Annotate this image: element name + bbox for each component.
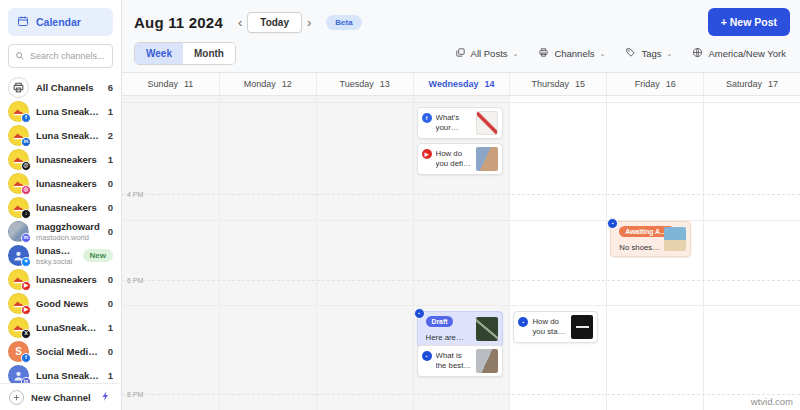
sidebar: Calendar All Channels6fLuna Sneakers1inL… <box>0 0 122 410</box>
day-number: 17 <box>768 79 778 89</box>
sneaker-avatar: ◎ <box>8 173 29 194</box>
next-week-button[interactable]: › <box>302 15 316 30</box>
channel-item[interactable]: ✦lunasneakersbsky...bsky.socialNew <box>8 244 113 267</box>
tab-week[interactable]: Week <box>135 43 183 64</box>
day-header-sunday[interactable]: Sunday11 <box>122 73 219 95</box>
person-avatar: in <box>8 365 29 383</box>
channel-text: LunaSneakers <box>36 322 101 333</box>
event-text: How do you stay motivate... <box>532 317 567 337</box>
linkedin-badge: ▪ <box>422 351 432 361</box>
facebook-badge: f <box>21 353 31 363</box>
channel-count: 1 <box>108 106 113 117</box>
event-text: Here are five... <box>426 333 473 343</box>
channel-item[interactable]: inLuna Sneakers2 <box>8 124 113 147</box>
channel-item[interactable]: XLunaSneakers1 <box>8 316 113 339</box>
beta-badge: Beta <box>326 15 361 30</box>
day-number: 14 <box>484 79 494 89</box>
channel-count: 0 <box>108 202 113 213</box>
day-header-tuesday[interactable]: Tuesday13 <box>316 73 413 95</box>
channel-count: 0 <box>108 346 113 357</box>
event-card[interactable]: ▪What is the best career... <box>417 345 504 377</box>
search-input[interactable] <box>30 51 106 61</box>
channel-item[interactable]: @lunasneakers1 <box>8 148 113 171</box>
youtube-badge: ▶ <box>21 281 31 291</box>
view-toggle: Week Month <box>134 42 236 65</box>
channel-item[interactable]: SfSocial Media Tests0 <box>8 340 113 363</box>
channel-text: Luna Sneakers <box>36 370 101 381</box>
channel-name: lunasneakersbsky... <box>36 245 76 256</box>
tab-month[interactable]: Month <box>183 43 235 64</box>
channel-item[interactable]: ▶lunasneakers0 <box>8 268 113 291</box>
event-thumbnail-person <box>476 147 498 171</box>
sneaker-avatar: X <box>8 317 29 338</box>
channel-count: 1 <box>108 370 113 381</box>
channel-text: Luna Sneakers <box>36 130 101 141</box>
allday-divider <box>122 102 800 103</box>
day-header-saturday[interactable]: Saturday17 <box>703 73 800 95</box>
channel-name: Luna Sneakers <box>36 370 101 381</box>
day-name: Saturday <box>726 79 762 89</box>
day-header-monday[interactable]: Monday12 <box>219 73 316 95</box>
channel-name: All Channels <box>36 82 101 93</box>
grid-avatar <box>8 77 29 98</box>
channel-item[interactable]: ◎lunasneakers0 <box>8 172 113 195</box>
channel-item[interactable]: ▶Good News0 <box>8 292 113 315</box>
posts-icon <box>455 47 466 60</box>
channel-search[interactable] <box>8 44 113 68</box>
time-label: 6 PM <box>127 277 143 284</box>
event-card[interactable]: ▪How do you stay motivate... <box>513 311 598 343</box>
channel-item[interactable]: mmaggzhowardmastodon.world0 <box>8 220 113 243</box>
channel-item[interactable]: ♪lunasneakers0 <box>8 196 113 219</box>
channel-name: Good News <box>36 298 101 309</box>
day-number: 13 <box>380 79 390 89</box>
calendar-view: Sunday11Monday12Tuesday13Wednesday14Thur… <box>122 72 800 410</box>
day-header-wednesday[interactable]: Wednesday14 <box>413 73 510 95</box>
event-card[interactable]: ▪DraftHere are five... <box>417 311 504 347</box>
mastodon-badge: m <box>21 233 31 243</box>
sidebar-item-label: Calendar <box>36 16 81 28</box>
event-thumbnail-video <box>571 315 593 339</box>
linkedin-badge: ▪ <box>518 317 528 327</box>
filter-label: All Posts <box>471 48 508 59</box>
event-card[interactable]: fWhat's your biggest priorit... <box>417 107 504 139</box>
date-label: Aug 11 2024 <box>134 14 223 31</box>
plus-icon <box>9 390 24 405</box>
hour-gridline <box>122 220 800 221</box>
day-header-friday[interactable]: Friday16 <box>606 73 703 95</box>
column-divider <box>703 96 704 410</box>
channel-item[interactable]: inLuna Sneakers1 <box>8 364 113 383</box>
prev-week-button[interactable]: ‹ <box>233 15 247 30</box>
event-card[interactable]: ▪Awaiting ApprovalNo shoes? No... <box>610 221 691 257</box>
sneaker-avatar: f <box>8 101 29 122</box>
channel-text: lunasneakers <box>36 154 101 165</box>
event-card[interactable]: ▶How do you define your... <box>417 143 504 175</box>
column-divider <box>316 96 317 410</box>
event-content: How do you define your... <box>436 149 473 169</box>
channel-count: 1 <box>108 154 113 165</box>
calendar-grid[interactable]: wtvid.com 4 PM6 PM8 PMfWhat's your bigge… <box>122 96 800 410</box>
event-thumbnail-career <box>476 349 498 373</box>
day-header-thursday[interactable]: Thursday15 <box>509 73 606 95</box>
channel-item[interactable]: All Channels6 <box>8 76 113 99</box>
channel-item[interactable]: fLuna Sneakers1 <box>8 100 113 123</box>
column-divider <box>219 96 220 410</box>
hour-gridline <box>122 194 800 195</box>
filter-tags[interactable]: Tags⌄ <box>625 47 672 60</box>
new-channel-button[interactable]: New Channel <box>0 383 121 410</box>
search-icon <box>15 47 25 65</box>
lightning-icon[interactable] <box>100 388 112 406</box>
sidebar-item-calendar[interactable]: Calendar <box>8 8 113 36</box>
today-button[interactable]: Today <box>247 12 302 33</box>
youtube-badge: ▶ <box>21 305 31 315</box>
channel-count: 2 <box>108 130 113 141</box>
sneaker-avatar: @ <box>8 149 29 170</box>
channels-icon <box>538 47 549 60</box>
channel-count: 0 <box>108 274 113 285</box>
filter-all-posts[interactable]: All Posts⌄ <box>455 47 519 60</box>
event-thumbnail-beach <box>664 227 686 251</box>
filter-channels[interactable]: Channels⌄ <box>538 47 605 60</box>
hour-gridline <box>122 394 800 395</box>
sneaker-avatar: ▶ <box>8 293 29 314</box>
new-post-button[interactable]: + New Post <box>708 8 790 36</box>
filter-america-new-york[interactable]: America/New York <box>692 47 786 60</box>
